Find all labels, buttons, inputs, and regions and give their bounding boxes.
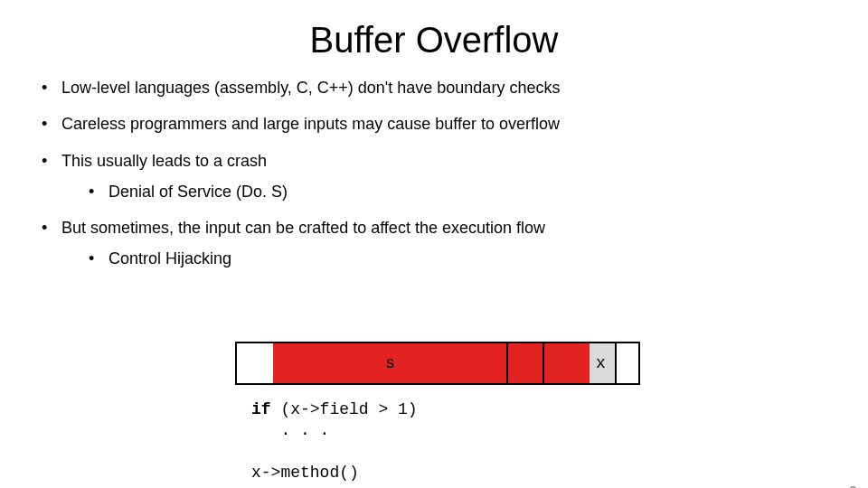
bullet-text: This usually leads to a crash: [61, 152, 267, 170]
bullet-item: But sometimes, the input can be crafted …: [42, 217, 868, 270]
bullet-item: Careless programmers and large inputs ma…: [42, 113, 868, 135]
label-s: s: [385, 354, 395, 372]
slide: Buffer Overflow Low-level languages (ass…: [0, 20, 868, 488]
sub-bullet-list: Control Hijacking: [89, 248, 868, 269]
label-x: x: [596, 354, 606, 372]
code-text: x->method(): [251, 464, 359, 482]
diagram-separator: [615, 343, 617, 383]
sub-bullet-item: Denial of Service (Do. S): [89, 181, 868, 202]
slide-title: Buffer Overflow: [0, 20, 868, 61]
sub-bullet-list: Denial of Service (Do. S): [89, 181, 868, 202]
code-text: (x->field > 1): [271, 400, 418, 418]
bullet-text: But sometimes, the input can be crafted …: [61, 219, 545, 237]
code-text: . . .: [251, 421, 329, 439]
bullet-item: This usually leads to a crash Denial of …: [42, 150, 868, 203]
code-keyword: if: [251, 400, 271, 418]
bullet-list: Low-level languages (assembly, C, C++) d…: [42, 77, 868, 270]
bullet-item: Low-level languages (assembly, C, C++) d…: [42, 77, 868, 99]
sub-bullet-item: Control Hijacking: [89, 248, 868, 269]
page-number: 2: [849, 484, 857, 488]
diagram-separator: [506, 343, 508, 383]
diagram-separator: [542, 343, 544, 383]
buffer-diagram: s x: [235, 342, 640, 385]
code-snippet: if (x->field > 1) . . . x->method(): [251, 399, 418, 484]
